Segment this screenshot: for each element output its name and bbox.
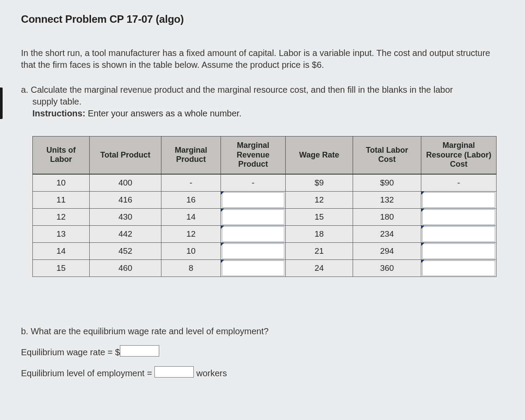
cell-total-product: 442 — [90, 225, 161, 242]
input-marker-icon — [421, 243, 424, 246]
equilibrium-employment-label-pre: Equilibrium level of employment = — [21, 368, 154, 378]
input-marker-icon — [421, 260, 424, 263]
cell-mrp-input[interactable] — [221, 225, 286, 242]
header-total-product: Total Product — [90, 136, 161, 174]
cell-mrp-input[interactable] — [221, 259, 286, 276]
cell-total-labor-cost: $90 — [353, 174, 421, 192]
input-box[interactable] — [222, 209, 284, 225]
cell-wage-rate: 21 — [286, 242, 353, 259]
equilibrium-wage-line: Equilibrium wage rate = $ — [21, 342, 504, 363]
header-total-labor-cost: Total Labor Cost — [353, 136, 421, 174]
cell-total-labor-cost: 294 — [353, 242, 421, 259]
input-marker-icon — [421, 209, 424, 212]
input-box[interactable] — [422, 226, 495, 242]
input-marker-icon — [421, 192, 424, 195]
cell-total-product: 416 — [90, 191, 161, 208]
table-row: 15460824360 — [33, 259, 497, 276]
cell-wage-rate: 12 — [286, 191, 353, 208]
problem-intro: In the short run, a tool manufacturer ha… — [21, 47, 504, 71]
table-header-row: Units of Labor Total Product Marginal Pr… — [33, 136, 497, 174]
cell-wage-rate: 15 — [286, 208, 353, 225]
cell-mrc-input[interactable] — [421, 208, 497, 225]
table-row: 10400--$9$90- — [33, 174, 497, 192]
cell-units: 14 — [33, 242, 90, 259]
cell-units: 11 — [33, 191, 90, 208]
cell-mrc-input[interactable] — [421, 242, 497, 259]
input-box[interactable] — [422, 260, 495, 276]
part-b-question: b. What are the equilibrium wage rate an… — [21, 321, 504, 342]
cell-wage-rate: 24 — [286, 259, 353, 276]
cell-marginal-product: 16 — [161, 191, 221, 208]
table-row: 144521021294 — [33, 242, 497, 259]
table-row: 114161612132 — [33, 191, 497, 208]
cell-units: 13 — [33, 225, 90, 242]
input-box[interactable] — [222, 243, 284, 259]
input-marker-icon — [221, 226, 224, 229]
cell-mrc: - — [421, 174, 497, 192]
input-box[interactable] — [222, 260, 284, 276]
header-marginal-product: Marginal Product — [161, 136, 221, 174]
cell-mrp-input[interactable] — [221, 191, 286, 208]
cell-total-product: 400 — [90, 174, 161, 192]
cell-total-product: 460 — [90, 259, 161, 276]
table-row: 134421218234 — [33, 225, 497, 242]
input-box[interactable] — [422, 209, 495, 225]
cell-mrc-input[interactable] — [421, 225, 497, 242]
cell-mrp: - — [221, 174, 286, 192]
cell-marginal-product: 14 — [161, 208, 221, 225]
cell-mrc-input[interactable] — [421, 191, 497, 208]
cell-total-labor-cost: 180 — [353, 208, 421, 225]
cell-total-product: 452 — [90, 242, 161, 259]
input-marker-icon — [221, 192, 224, 195]
cell-marginal-product: 10 — [161, 242, 221, 259]
equilibrium-wage-input[interactable] — [120, 345, 159, 357]
table-row: 124301415180 — [33, 208, 497, 225]
cell-total-product: 430 — [90, 208, 161, 225]
equilibrium-employment-input[interactable] — [154, 366, 194, 378]
input-marker-icon — [221, 209, 224, 212]
part-b-block: b. What are the equilibrium wage rate an… — [21, 321, 504, 384]
cell-total-labor-cost: 234 — [353, 225, 421, 242]
input-box[interactable] — [222, 226, 284, 242]
cell-units: 15 — [33, 259, 90, 276]
instructions-label: Instructions: — [32, 108, 85, 118]
cell-marginal-product: 8 — [161, 259, 221, 276]
input-box[interactable] — [222, 192, 284, 208]
cell-mrp-input[interactable] — [221, 242, 286, 259]
instructions-text: Enter your answers as a whole number. — [85, 108, 242, 118]
cell-units: 10 — [33, 174, 90, 192]
instructions-line: Instructions: Enter your answers as a wh… — [21, 108, 504, 119]
input-marker-icon — [221, 260, 224, 263]
input-marker-icon — [221, 243, 224, 246]
cell-marginal-product: - — [161, 174, 221, 192]
equilibrium-employment-label-post: workers — [194, 368, 227, 378]
part-a-cont: supply table. — [21, 96, 504, 108]
header-wage-rate: Wage Rate — [286, 136, 353, 174]
cell-units: 12 — [33, 208, 90, 225]
page-side-marker — [0, 88, 3, 119]
cell-mrp-input[interactable] — [221, 208, 286, 225]
header-units-of-labor: Units of Labor — [33, 136, 90, 174]
part-a-text: a. Calculate the marginal revenue produc… — [21, 84, 504, 108]
header-mrp: Marginal Revenue Product — [221, 136, 286, 174]
cell-total-labor-cost: 132 — [353, 191, 421, 208]
equilibrium-employment-line: Equilibrium level of employment = worker… — [21, 363, 504, 384]
input-box[interactable] — [422, 243, 495, 259]
header-mrc: Marginal Resource (Labor) Cost — [421, 136, 497, 174]
cell-marginal-product: 12 — [161, 225, 221, 242]
part-a-lead: a. Calculate the marginal revenue produc… — [21, 85, 453, 94]
problem-title: Connect Problem CP 17-07 (algo) — [21, 13, 504, 25]
cell-mrc-input[interactable] — [421, 259, 497, 276]
cell-wage-rate: 18 — [286, 225, 353, 242]
cell-total-labor-cost: 360 — [353, 259, 421, 276]
input-box[interactable] — [422, 192, 495, 208]
cell-wage-rate: $9 — [286, 174, 353, 192]
input-marker-icon — [421, 226, 424, 229]
labor-supply-table: Units of Labor Total Product Marginal Pr… — [32, 136, 497, 277]
equilibrium-wage-label: Equilibrium wage rate = $ — [21, 347, 120, 357]
